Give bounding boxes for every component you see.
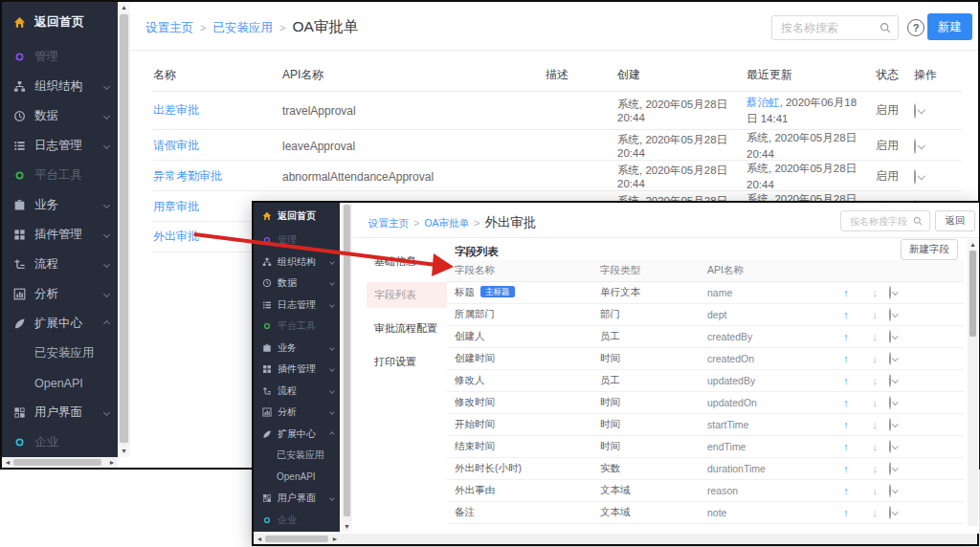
detail-sidebar-vertical-scrollbar[interactable]: ▼ bbox=[342, 203, 352, 532]
scroll-down-arrow-icon[interactable]: ▼ bbox=[118, 446, 130, 457]
more-actions-icon[interactable] bbox=[889, 506, 891, 519]
sidebar-item-ui-grid[interactable]: 用户界面 bbox=[2, 398, 118, 427]
sidebar-item-ui-grid[interactable]: 用户界面 bbox=[254, 488, 340, 510]
scroll-right-arrow-icon[interactable]: ► bbox=[329, 534, 341, 544]
move-down-icon[interactable]: ↓ bbox=[860, 331, 889, 342]
main-sidebar-vertical-scrollbar[interactable]: ▲ ▼ bbox=[118, 2, 130, 457]
more-actions-icon[interactable] bbox=[889, 418, 891, 431]
move-down-icon[interactable]: ↓ bbox=[860, 463, 889, 474]
updater-link[interactable]: 蔡治虹 bbox=[746, 97, 780, 108]
scrollbar-thumb[interactable] bbox=[13, 459, 101, 466]
menu-item-basic-info[interactable]: 基础信息 bbox=[367, 249, 447, 274]
scrollbar-thumb[interactable] bbox=[120, 14, 128, 443]
more-actions-icon[interactable] bbox=[889, 440, 891, 453]
sidebar-subitem[interactable]: OpenAPI bbox=[254, 467, 340, 489]
sidebar-item-ring-purple[interactable]: 管理 bbox=[2, 42, 118, 72]
move-up-icon[interactable]: ↑ bbox=[832, 287, 860, 298]
move-up-icon[interactable]: ↑ bbox=[832, 309, 860, 320]
move-down-icon[interactable]: ↓ bbox=[860, 375, 889, 386]
menu-item-print-settings[interactable]: 打印设置 bbox=[367, 349, 447, 375]
more-actions-icon[interactable] bbox=[889, 484, 891, 497]
move-down-icon[interactable]: ↓ bbox=[860, 353, 889, 364]
main-sidebar-horizontal-scrollbar[interactable]: ◄ ► bbox=[2, 457, 118, 468]
scroll-up-arrow-icon[interactable]: ▲ bbox=[968, 239, 978, 250]
sidebar-item-org-tree[interactable]: 组织结构 bbox=[254, 252, 340, 274]
sidebar-item-extension[interactable]: 扩展中心 bbox=[254, 424, 340, 446]
scroll-left-arrow-icon[interactable]: ◄ bbox=[2, 457, 13, 468]
sidebar-item-briefcase[interactable]: 业务 bbox=[254, 338, 340, 360]
sidebar-subitem[interactable]: 已安装应用 bbox=[254, 445, 340, 467]
move-up-icon[interactable]: ↑ bbox=[832, 353, 860, 364]
move-up-icon[interactable]: ↑ bbox=[832, 375, 860, 386]
breadcrumb-link[interactable]: 设置主页 bbox=[368, 217, 409, 230]
scrollbar-thumb[interactable] bbox=[344, 205, 350, 516]
breadcrumb-link[interactable]: OA审批单 bbox=[424, 217, 469, 230]
sidebar-item-extension[interactable]: 扩展中心 bbox=[2, 309, 118, 339]
breadcrumb-link[interactable]: 已安装应用 bbox=[212, 20, 273, 36]
more-actions-icon[interactable] bbox=[914, 169, 916, 185]
sidebar-item-clock[interactable]: 数据 bbox=[2, 101, 118, 131]
scroll-down-arrow-icon[interactable]: ▼ bbox=[342, 521, 352, 532]
sidebar-item-log-list[interactable]: 日志管理 bbox=[2, 131, 118, 161]
move-down-icon[interactable]: ↓ bbox=[860, 441, 889, 452]
more-actions-icon[interactable] bbox=[914, 139, 916, 154]
more-actions-icon[interactable] bbox=[914, 103, 916, 119]
move-up-icon[interactable]: ↑ bbox=[832, 441, 860, 452]
form-name-link[interactable]: 出差审批 bbox=[153, 102, 282, 119]
more-actions-icon[interactable] bbox=[889, 286, 891, 299]
sidebar-item-ring-teal[interactable]: 企业 bbox=[2, 427, 118, 457]
more-actions-icon[interactable] bbox=[889, 308, 891, 321]
sidebar-item-ring-green[interactable]: 平台工具 bbox=[2, 161, 118, 190]
more-actions-icon[interactable] bbox=[889, 462, 891, 475]
scrollbar-thumb[interactable] bbox=[969, 251, 976, 337]
sidebar-item-org-tree[interactable]: 组织结构 bbox=[2, 72, 118, 101]
sidebar-item-flow[interactable]: 流程 bbox=[254, 381, 340, 403]
sidebar-item-chart[interactable]: 分析 bbox=[254, 402, 340, 424]
move-up-icon[interactable]: ↑ bbox=[832, 485, 860, 496]
move-up-icon[interactable]: ↑ bbox=[832, 507, 860, 518]
menu-item-field-list[interactable]: 字段列表 bbox=[367, 282, 447, 308]
move-down-icon[interactable]: ↓ bbox=[860, 419, 889, 430]
form-name-link[interactable]: 请假审批 bbox=[153, 138, 282, 154]
scroll-right-arrow-icon[interactable]: ► bbox=[106, 457, 118, 468]
new-field-button[interactable]: 新建字段 bbox=[901, 239, 958, 260]
move-up-icon[interactable]: ↑ bbox=[832, 397, 860, 408]
sidebar-item-plugin-grid[interactable]: 插件管理 bbox=[2, 220, 118, 250]
sidebar-item-flow[interactable]: 流程 bbox=[2, 250, 118, 279]
sidebar-item-chart[interactable]: 分析 bbox=[2, 279, 118, 309]
more-actions-icon[interactable] bbox=[889, 330, 891, 343]
move-down-icon[interactable]: ↓ bbox=[860, 507, 889, 518]
sidebar-item-ring-purple[interactable]: 管理 bbox=[254, 230, 340, 252]
sidebar-item-clock[interactable]: 数据 bbox=[254, 273, 340, 295]
more-actions-icon[interactable] bbox=[889, 352, 891, 365]
sidebar-home-link[interactable]: 返回首页 bbox=[2, 2, 118, 42]
move-up-icon[interactable]: ↑ bbox=[832, 463, 860, 474]
sidebar-item-log-list[interactable]: 日志管理 bbox=[254, 295, 340, 317]
sidebar-home-link[interactable]: 返回首页 bbox=[254, 203, 340, 230]
more-actions-icon[interactable] bbox=[889, 374, 891, 387]
search-input[interactable] bbox=[779, 20, 880, 35]
move-down-icon[interactable]: ↓ bbox=[860, 287, 889, 298]
form-name-link[interactable]: 异常考勤审批 bbox=[153, 168, 282, 185]
move-up-icon[interactable]: ↑ bbox=[832, 331, 860, 342]
create-button[interactable]: 新建 bbox=[927, 13, 972, 40]
sidebar-item-ring-teal[interactable]: 企业 bbox=[254, 510, 340, 532]
sidebar-item-plugin-grid[interactable]: 插件管理 bbox=[254, 359, 340, 381]
more-actions-icon[interactable] bbox=[889, 396, 891, 409]
scroll-left-arrow-icon[interactable]: ◄ bbox=[254, 534, 265, 544]
back-button[interactable]: 返回 bbox=[935, 210, 975, 231]
sidebar-item-briefcase[interactable]: 业务 bbox=[2, 190, 118, 220]
move-up-icon[interactable]: ↑ bbox=[832, 419, 860, 430]
move-down-icon[interactable]: ↓ bbox=[860, 485, 889, 496]
sidebar-item-ring-green[interactable]: 平台工具 bbox=[254, 316, 340, 338]
sidebar-subitem[interactable]: 已安装应用 bbox=[2, 339, 118, 368]
detail-horizontal-scrollbar[interactable]: ◄ ► bbox=[254, 534, 977, 544]
move-down-icon[interactable]: ↓ bbox=[860, 309, 889, 320]
sidebar-subitem[interactable]: OpenAPI bbox=[2, 368, 118, 398]
move-down-icon[interactable]: ↓ bbox=[860, 397, 889, 408]
scrollbar-thumb[interactable] bbox=[265, 536, 328, 542]
menu-item-approval-flow-config[interactable]: 审批流程配置 bbox=[367, 316, 447, 341]
breadcrumb-link[interactable]: 设置主页 bbox=[145, 20, 193, 36]
field-search-input[interactable] bbox=[848, 215, 913, 228]
help-icon[interactable]: ? bbox=[907, 19, 924, 36]
